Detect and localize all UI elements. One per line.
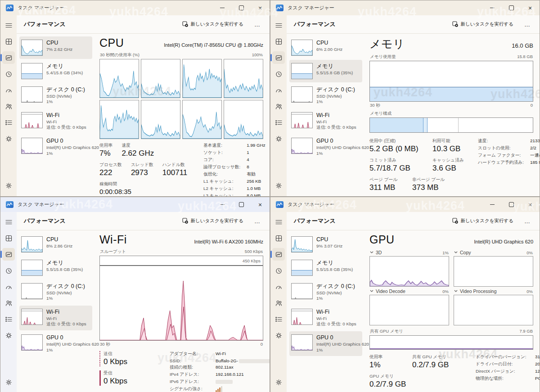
sidebar-item-gpu[interactable]: GPU 0Intel(R) UHD Graphics 6201% bbox=[289, 331, 362, 356]
close-button[interactable]: × bbox=[251, 0, 270, 15]
chevron-down-icon[interactable] bbox=[454, 251, 458, 254]
sidebar-item-disk[interactable]: ディスク 0 (C:)SSD (NVMe)1% bbox=[19, 280, 92, 305]
more-options-button[interactable]: … bbox=[252, 217, 263, 225]
close-icon: × bbox=[258, 202, 262, 208]
nav-app-history[interactable] bbox=[2, 68, 15, 80]
cached-value: 3.6 GB bbox=[432, 164, 464, 173]
sidebar-item-sub: SSD (NVMe) bbox=[46, 94, 85, 99]
sidebar-item-cpu[interactable]: CPU8% 2.86 GHz bbox=[19, 233, 92, 256]
nav-details[interactable] bbox=[272, 116, 285, 129]
menu-button[interactable] bbox=[2, 216, 15, 228]
gpu-mini-chart bbox=[21, 138, 43, 154]
sidebar-item-disk[interactable]: ディスク 0 (C:)SSD (NVMe)1% bbox=[289, 280, 362, 305]
minimize-button[interactable] bbox=[213, 0, 232, 15]
sidebar-item-gpu[interactable]: GPU 0Intel(R) UHD Graphics 6201% bbox=[19, 331, 92, 356]
wifi-spec-list: アダプター名:Wi-Fi SSID:Buffalo-2G- 接続の種類:802.… bbox=[170, 351, 270, 392]
nav-startup-apps[interactable] bbox=[272, 280, 285, 293]
taskmanager-app-icon bbox=[6, 201, 14, 208]
nav-performance[interactable] bbox=[2, 51, 15, 64]
nav-app-history[interactable] bbox=[272, 264, 285, 277]
nav-users[interactable] bbox=[272, 100, 285, 113]
nav-users[interactable] bbox=[2, 100, 15, 113]
sidebar-item-name: Wi-Fi bbox=[316, 309, 356, 316]
sidebar-item-sub: Intel(R) UHD Graphics 620 bbox=[46, 145, 90, 151]
nav-services[interactable] bbox=[272, 329, 285, 342]
nav-app-history[interactable] bbox=[2, 264, 15, 277]
run-new-task-button[interactable]: 新しいタスクを実行する bbox=[449, 216, 517, 226]
gpu-engine-label[interactable]: Video Decode bbox=[376, 288, 405, 294]
sidebar-item-disk[interactable]: ディスク 0 (C:)SSD (NVMe)1% bbox=[19, 83, 92, 108]
sidebar-item-wifi[interactable]: Wi-FiWi-Fi送信: 0 受信: 0 Kbps bbox=[289, 306, 362, 330]
sidebar-item-memory[interactable]: メモリ5.4/15.8 GB (34%) bbox=[19, 60, 92, 82]
nav-startup-apps[interactable] bbox=[2, 280, 15, 293]
nav-services[interactable] bbox=[272, 132, 285, 145]
run-new-task-button[interactable]: 新しいタスクを実行する bbox=[449, 19, 517, 30]
close-button[interactable]: × bbox=[251, 197, 270, 212]
processes-value: 222 bbox=[99, 168, 122, 177]
gpu-engine-label[interactable]: Video Processing bbox=[460, 288, 497, 294]
gpu-engine-label[interactable]: 3D bbox=[376, 250, 382, 255]
sidebar-item-wifi[interactable]: Wi-FiWi-Fi送信: 0 受信: 0 Kbps bbox=[289, 109, 362, 134]
nav-processes[interactable] bbox=[2, 232, 15, 244]
nav-settings[interactable] bbox=[2, 376, 15, 388]
chevron-down-icon[interactable] bbox=[454, 290, 458, 293]
gpu-engine-percent: 0% bbox=[526, 250, 533, 255]
nav-details[interactable] bbox=[272, 313, 285, 325]
sidebar-item-cpu[interactable]: CPU7% 2.62 GHz bbox=[19, 36, 92, 59]
sidebar-item-gpu[interactable]: GPU 0Intel(R) UHD Graphics 6201% bbox=[289, 135, 362, 159]
maximize-button[interactable] bbox=[502, 0, 521, 15]
nav-settings[interactable] bbox=[2, 179, 15, 192]
nav-performance[interactable] bbox=[272, 51, 285, 64]
minimize-button[interactable] bbox=[483, 197, 502, 212]
chevron-down-icon[interactable] bbox=[370, 290, 374, 293]
sidebar-item-memory[interactable]: メモリ5.5/15.8 GB (35%) bbox=[289, 257, 362, 279]
sidebar-item-sub: 7% 2.62 GHz bbox=[46, 47, 72, 53]
more-options-button[interactable]: … bbox=[522, 217, 533, 225]
nav-services[interactable] bbox=[2, 329, 15, 342]
history-clock-icon bbox=[5, 267, 12, 274]
more-options-button[interactable]: … bbox=[252, 20, 263, 29]
menu-button[interactable] bbox=[272, 216, 285, 228]
run-new-task-button[interactable]: 新しいタスクを実行する bbox=[179, 216, 247, 226]
maximize-button[interactable] bbox=[232, 197, 251, 212]
sidebar-item-disk[interactable]: ディスク 0 (C:)SSD (NVMe)1% bbox=[289, 83, 362, 108]
sidebar-item-cpu[interactable]: CPU6% 2.00 GHz bbox=[289, 36, 362, 59]
sidebar-item-wifi[interactable]: Wi-FiWi-Fi送信: 0 受信: 0 Kbps bbox=[19, 109, 92, 134]
nav-settings[interactable] bbox=[272, 179, 285, 192]
sidebar-item-sub: SSD (NVMe) bbox=[316, 290, 355, 296]
handles-value: 100711 bbox=[162, 168, 187, 177]
nav-processes[interactable] bbox=[2, 35, 15, 48]
nav-users[interactable] bbox=[2, 297, 15, 309]
nav-performance[interactable] bbox=[272, 248, 285, 261]
nav-processes[interactable] bbox=[272, 35, 285, 48]
nav-settings[interactable] bbox=[272, 376, 285, 388]
sidebar-item-memory[interactable]: メモリ5.5/15.8 GB (35%) bbox=[19, 257, 92, 279]
sidebar-item-gpu[interactable]: GPU 0Intel(R) UHD Graphics 6201% bbox=[19, 135, 92, 159]
more-options-button[interactable]: … bbox=[522, 20, 533, 29]
sidebar-item-cpu[interactable]: CPU9% 3.07 GHz bbox=[289, 233, 362, 256]
nav-startup-apps[interactable] bbox=[272, 84, 285, 96]
maximize-button[interactable] bbox=[502, 197, 521, 212]
close-button[interactable]: × bbox=[521, 0, 540, 15]
sidebar-item-wifi[interactable]: Wi-FiWi-Fi送信: 0 受信: 0 Kbps bbox=[19, 306, 92, 330]
nav-performance[interactable] bbox=[2, 248, 15, 261]
nav-app-history[interactable] bbox=[272, 68, 285, 80]
nav-details[interactable] bbox=[2, 116, 15, 129]
nav-services[interactable] bbox=[2, 132, 15, 145]
maximize-button[interactable] bbox=[232, 0, 251, 15]
minimize-button[interactable] bbox=[483, 0, 502, 15]
close-button[interactable]: × bbox=[521, 197, 540, 212]
menu-button[interactable] bbox=[2, 19, 15, 32]
nav-users[interactable] bbox=[272, 297, 285, 309]
run-new-task-button[interactable]: 新しいタスクを実行する bbox=[179, 19, 247, 30]
minimize-button[interactable] bbox=[213, 197, 232, 212]
nav-processes[interactable] bbox=[272, 232, 285, 244]
minimize-icon bbox=[220, 204, 225, 205]
chevron-down-icon[interactable] bbox=[370, 251, 374, 254]
menu-button[interactable] bbox=[272, 19, 285, 32]
sidebar-item-memory[interactable]: メモリ5.5/15.8 GB (35%) bbox=[289, 60, 362, 82]
titlebar: タスク マネージャー × bbox=[0, 197, 270, 212]
nav-details[interactable] bbox=[2, 313, 15, 325]
nav-startup-apps[interactable] bbox=[2, 84, 15, 96]
gpu-engine-label[interactable]: Copy bbox=[460, 250, 471, 255]
